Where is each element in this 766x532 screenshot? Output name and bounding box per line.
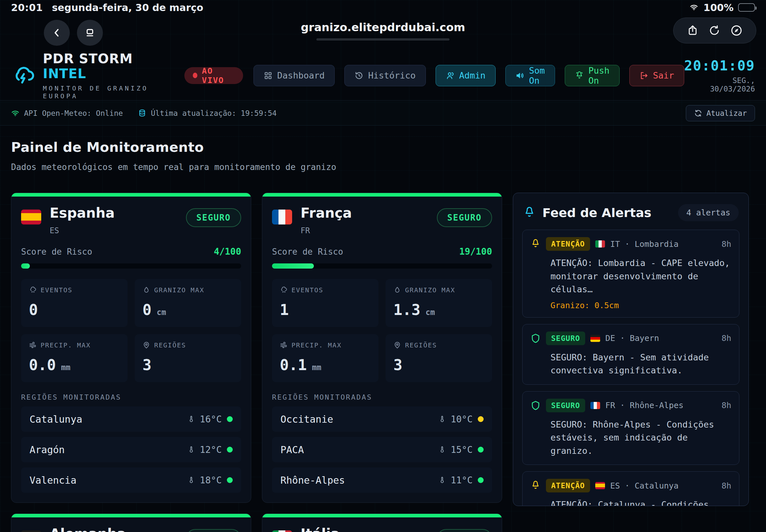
alert-item[interactable]: ATENÇÃO ES · Catalunya 8h ATENÇÃO: Catal… <box>522 471 739 506</box>
alerts-count-badge: 4 alertas <box>678 204 739 221</box>
region-status-dot <box>227 416 233 422</box>
reload-icon[interactable] <box>709 25 720 36</box>
browser-tabs-button[interactable] <box>77 20 103 46</box>
region-row[interactable]: Rhône-Alpes 11°C <box>272 467 492 493</box>
alert-flag-icon <box>590 335 600 342</box>
map-pin-icon <box>142 341 150 349</box>
alert-item[interactable]: SEGURO FR · Rhône-Alpes 8h SEGURO: Rhône… <box>522 391 739 465</box>
alert-severity-badge: ATENÇÃO <box>546 237 590 251</box>
app-title: PDR STORM INTEL <box>43 51 169 81</box>
country-name: Itália <box>300 526 340 532</box>
germany-flag-icon <box>21 530 41 532</box>
italy-flag-icon <box>272 530 292 532</box>
region-status-dot <box>227 447 233 453</box>
alert-age: 8h <box>722 401 731 410</box>
regions-header: REGIÕES MONITORADAS <box>272 393 492 401</box>
cloud-rain-icon <box>280 286 287 294</box>
refresh-button[interactable]: Atualizar <box>686 105 755 121</box>
card-status-bar <box>11 514 251 517</box>
system-time: 20:01 <box>11 2 43 13</box>
thermometer-icon <box>439 415 446 423</box>
database-icon <box>138 109 146 117</box>
logout-button[interactable]: Sair <box>629 65 684 86</box>
live-dot-icon <box>193 73 197 78</box>
country-card-espanha[interactable]: Espanha ES SEGURO Score de Risco 4/100 E… <box>11 193 251 503</box>
app-header: PDR STORM INTEL MONITOR DE GRANIZO EUROP… <box>0 51 766 101</box>
alert-flag-icon <box>595 482 605 489</box>
nav-dashboard-button[interactable]: Dashboard <box>253 65 334 86</box>
country-card-alemanha[interactable]: Alemanha DE SEGURO <box>11 514 251 532</box>
page-title: Painel de Monitoramento <box>11 139 336 155</box>
last-update: Última atualização: 19:59:54 <box>138 109 277 117</box>
main-nav: Dashboard Histórico Admin Som On Push On <box>253 65 684 86</box>
region-row[interactable]: Occitanie 10°C <box>272 406 492 432</box>
history-icon <box>354 71 363 80</box>
thermometer-icon <box>188 445 195 454</box>
region-row[interactable]: Aragón 12°C <box>21 437 241 462</box>
alert-hail-size: Granizo: 0.5cm <box>551 301 731 310</box>
api-status: API Open-Meteo: Online <box>11 109 123 117</box>
alert-age: 8h <box>722 239 731 249</box>
alert-message: SEGURO: Rhône-Alpes - Condições estáveis… <box>551 418 731 458</box>
regions-header: REGIÕES MONITORADAS <box>21 393 241 401</box>
address-bar[interactable]: granizo.elitepdrdubai.com <box>301 21 465 34</box>
push-toggle-button[interactable]: Push On <box>565 65 620 86</box>
nav-historico-button[interactable]: Histórico <box>344 65 426 86</box>
alert-location: FR · Rhône-Alpes <box>605 401 684 410</box>
status-badge: SEGURO <box>437 529 492 532</box>
alert-item[interactable]: ATENÇÃO IT · Lombardia 8h ATENÇÃO: Lomba… <box>522 230 739 318</box>
alert-message: ATENÇÃO: Lombardia - CAPE elevado, monit… <box>551 257 731 296</box>
region-row[interactable]: Catalunya 16°C <box>21 406 241 432</box>
stat-granizo-max: GRANIZO MAX 0cm <box>135 279 241 327</box>
header-clock: 20:01:09 SEG., 30/03/2026 <box>684 58 755 93</box>
country-card-italia[interactable]: Itália IT SEGURO <box>262 514 502 532</box>
alert-message: SEGURO: Bayern - Sem atividade convectiv… <box>551 351 731 377</box>
alert-location: IT · Lombardia <box>610 239 679 249</box>
stat-precip-max: PRECIP. MAX 0.1mm <box>272 334 378 382</box>
browser-back-button[interactable] <box>44 20 70 46</box>
status-badge: SEGURO <box>186 208 241 227</box>
risk-label: Score de Risco <box>272 247 343 257</box>
alert-severity-badge: SEGURO <box>546 399 585 412</box>
wifi-icon <box>689 4 699 11</box>
live-badge: AO VIVO <box>184 67 243 84</box>
card-status-bar <box>262 514 502 517</box>
country-card-franca[interactable]: França FR SEGURO Score de Risco 19/100 E… <box>262 193 502 503</box>
thermometer-icon <box>439 445 446 454</box>
compass-icon[interactable] <box>730 24 743 37</box>
stat-eventos: EVENTOS 0 <box>21 279 128 327</box>
logout-icon <box>639 71 649 80</box>
region-row[interactable]: PACA 15°C <box>272 437 492 462</box>
grid-icon <box>263 71 273 80</box>
page-subtitle: Dados meteorológicos em tempo real para … <box>11 162 336 172</box>
region-row[interactable]: Valencia 18°C <box>21 467 241 493</box>
stat-eventos: EVENTOS 1 <box>272 279 378 327</box>
stat-regioes: REGIÕES 3 <box>135 334 241 382</box>
alert-age: 8h <box>722 333 731 343</box>
share-icon[interactable] <box>687 25 699 36</box>
battery-icon <box>738 3 755 12</box>
risk-progressbar <box>272 263 492 269</box>
alert-location: ES · Catalunya <box>610 481 679 490</box>
alert-bell-icon <box>530 480 541 491</box>
country-name: França <box>300 205 352 221</box>
alert-shield-icon <box>530 333 541 344</box>
app-subtitle: MONITOR DE GRANIZO EUROPA <box>43 84 169 100</box>
region-status-dot <box>478 416 484 422</box>
region-status-dot <box>478 447 484 453</box>
alert-age: 8h <box>722 481 731 490</box>
system-date: segunda-feira, 30 de março <box>52 2 203 13</box>
card-status-bar <box>262 193 502 197</box>
wind-icon <box>29 341 37 349</box>
browser-actions <box>673 18 756 43</box>
risk-label: Score de Risco <box>21 247 92 257</box>
api-status-strip: API Open-Meteo: Online Última atualizaçã… <box>0 101 766 126</box>
region-status-dot <box>227 477 233 483</box>
status-badge: SEGURO <box>437 208 492 227</box>
nav-admin-button[interactable]: Admin <box>436 65 496 86</box>
spain-flag-icon <box>21 210 41 224</box>
sound-toggle-button[interactable]: Som On <box>505 65 555 86</box>
refresh-icon <box>694 109 702 117</box>
tabs-icon <box>84 27 95 38</box>
alert-item[interactable]: SEGURO DE · Bayern 8h SEGURO: Bayern - S… <box>522 324 739 385</box>
